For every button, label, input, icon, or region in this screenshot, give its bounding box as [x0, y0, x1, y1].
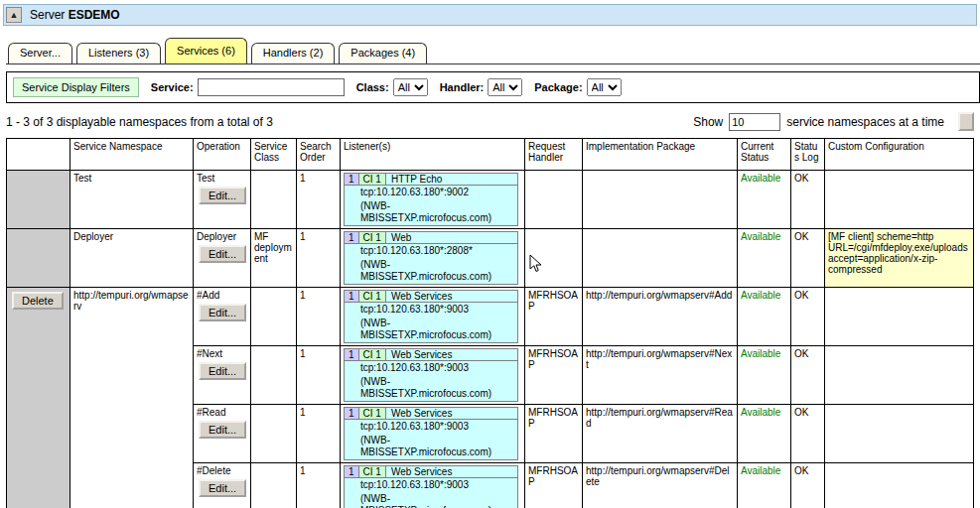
edit-button[interactable]: Edit... [199, 187, 246, 204]
operation-label: Deployer [197, 231, 236, 242]
tab-handlers[interactable]: Handlers (2) [251, 43, 336, 64]
listener-address: tcp:10.120.63.180*:9003 [345, 420, 517, 434]
operation-label: #Next [197, 348, 222, 359]
header-implementation-package: Implementation Package [583, 139, 738, 171]
show-count-input[interactable] [729, 113, 780, 131]
status-log-cell: OK [791, 288, 825, 346]
collapse-triangle-icon[interactable]: ▲ [6, 7, 22, 23]
operation-cell: #Add Edit... [194, 288, 251, 346]
listener-ci: CI 1 [359, 408, 386, 420]
search-order-cell: 1 [297, 463, 341, 508]
search-order-cell: 1 [297, 171, 341, 229]
header-custom-configuration: Custom Configuration [825, 139, 974, 171]
listener-name: Web Services [386, 291, 517, 303]
listener-cell: 1 CI 1 Web Services tcp:10.120.63.180*:9… [341, 463, 525, 508]
operation-label: #Delete [197, 465, 230, 476]
current-status-cell: Available [738, 288, 791, 346]
tab-listeners[interactable]: Listeners (3) [76, 43, 161, 64]
header-current-status: Current Status [738, 139, 791, 171]
pager-row: 1 - 3 of 3 displayable namespaces from a… [6, 112, 974, 131]
header-service-class: Service Class [251, 139, 297, 171]
request-handler-cell [525, 171, 583, 229]
listener-cell: 1 CI 1 Web Services tcp:10.120.63.180*:9… [341, 288, 525, 346]
status-log-cell: OK [791, 346, 825, 405]
edit-button[interactable]: Edit... [199, 304, 246, 321]
listener-box: 1 CI 1 Web Services tcp:10.120.63.180*:9… [344, 290, 518, 343]
header-search-order: Search Order [297, 139, 341, 171]
edit-button[interactable]: Edit... [199, 245, 246, 263]
header-operation: Operation [194, 139, 251, 171]
service-class-cell [251, 405, 297, 463]
request-handler-cell: MFRHSOAP [525, 405, 583, 463]
listener-cell: 1 CI 1 HTTP Echo tcp:10.120.63.180*:9002… [341, 171, 525, 229]
custom-configuration-cell [825, 288, 974, 346]
tab-packages[interactable]: Packages (4) [339, 43, 427, 64]
server-label: Server [30, 8, 65, 22]
listener-cell: 1 CI 1 Web Services tcp:10.120.63.180*:9… [341, 405, 525, 463]
filter-bar: Service Display Filters Service: Class: … [6, 71, 980, 103]
tab-services[interactable]: Services (6) [165, 38, 247, 64]
header-request-handler: Request Handler [525, 139, 583, 171]
namespace-cell: http://tempuri.org/wmapserv [70, 288, 194, 508]
header-listeners: Listener(s) [341, 139, 525, 171]
current-status-cell: Available [738, 171, 791, 229]
status-log-cell: OK [791, 171, 825, 229]
current-status-cell: Available [738, 229, 791, 288]
custom-configuration-cell [825, 405, 974, 463]
handler-filter-select[interactable]: All [488, 78, 522, 96]
listener-ci: CI 1 [359, 466, 386, 478]
actions-cell: Delete [7, 288, 70, 508]
listener-ci: CI 1 [359, 349, 386, 361]
tab-server[interactable]: Server... [8, 43, 72, 64]
implementation-package-cell: http://tempuri.org/wmapserv#Read [583, 405, 738, 463]
table-row: Delete http://tempuri.org/wmapserv #Add … [7, 288, 974, 346]
listener-name: HTTP Echo [386, 174, 517, 186]
listener-name: Web Services [386, 349, 517, 361]
listener-host: (NWB-MBISSETXP.microfocus.com) [345, 199, 517, 225]
listener-box: 1 CI 1 Web tcp:10.120.63.180*:2808* (NWB… [344, 231, 518, 285]
service-class-cell [251, 171, 297, 229]
listener-number: 1 [345, 408, 359, 420]
edit-button[interactable]: Edit... [199, 362, 246, 380]
service-class-cell [251, 288, 297, 346]
service-filter-label: Service: [151, 81, 194, 93]
service-class-cell [251, 463, 297, 508]
listener-host: (NWB-MBISSETXP.microfocus.com) [345, 258, 517, 284]
search-order-cell: 1 [297, 405, 341, 463]
listener-number: 1 [345, 291, 359, 303]
actions-cell [7, 229, 70, 288]
listener-number: 1 [345, 349, 359, 361]
listener-name: Web [386, 232, 517, 244]
implementation-package-cell [583, 171, 738, 229]
operation-label: #Read [197, 407, 225, 418]
implementation-package-cell [583, 229, 738, 288]
services-table: Service Namespace Operation Service Clas… [6, 138, 974, 508]
show-label: Show [693, 115, 723, 129]
edit-button[interactable]: Edit... [199, 421, 246, 439]
listener-host: (NWB-MBISSETXP.microfocus.com) [345, 434, 517, 459]
header-actions [7, 139, 70, 171]
current-status-cell: Available [738, 405, 791, 463]
tab-strip: Server... Listeners (3) Services (6) Han… [6, 38, 980, 64]
request-handler-cell: MFRHSOAP [525, 346, 583, 405]
class-filter-select[interactable]: All [393, 78, 428, 96]
listener-host: (NWB-MBISSETXP.microfocus.com) [345, 317, 517, 342]
implementation-package-cell: http://tempuri.org/wmapserv#Delete [583, 463, 738, 508]
server-title: Server ESDEMO [30, 8, 120, 22]
listener-address: tcp:10.120.63.180*:9003 [345, 478, 517, 492]
namespace-cell: Deployer [70, 229, 194, 288]
set-button-partial[interactable] [958, 112, 974, 131]
search-order-cell: 1 [297, 229, 341, 288]
listener-address: tcp:10.120.63.180*:9003 [345, 303, 517, 317]
show-suffix-label: service namespaces at a time [786, 115, 944, 129]
request-handler-cell: MFRHSOAP [525, 463, 583, 508]
current-status-cell: Available [738, 346, 791, 405]
server-name: ESDEMO [69, 8, 120, 22]
edit-button[interactable]: Edit... [199, 479, 246, 497]
current-status-cell: Available [738, 463, 791, 508]
package-filter-select[interactable]: All [587, 78, 622, 96]
listener-number: 1 [345, 466, 359, 478]
listener-address: tcp:10.120.63.180*:2808* [345, 244, 517, 258]
delete-button[interactable]: Delete [12, 292, 64, 310]
service-filter-input[interactable] [198, 78, 345, 96]
